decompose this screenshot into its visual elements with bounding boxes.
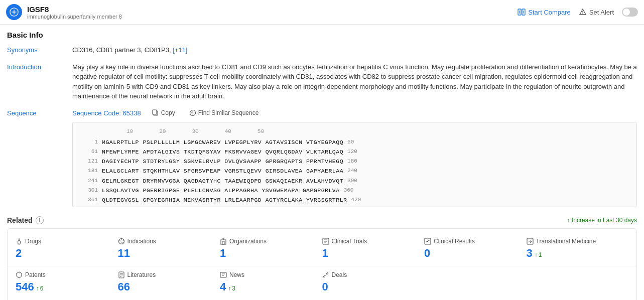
stats-row-2: Patents 546 ↑6 Litera bbox=[8, 266, 636, 296]
find-similar-button[interactable]: Find Similar Sequence bbox=[186, 108, 262, 117]
patents-value: 546 ↑6 bbox=[16, 280, 118, 293]
patents-icon bbox=[16, 271, 23, 278]
header-left: IGSF8 immunoglobulin superfamily member … bbox=[6, 4, 122, 20]
clinical-results-value: 0 bbox=[424, 247, 527, 260]
sequence-content: Sequence Code: 65338 Copy Find Similar S… bbox=[72, 108, 637, 208]
svg-rect-10 bbox=[153, 110, 157, 114]
clinical-trials-icon bbox=[322, 238, 329, 245]
translational-medicine-label: Translational Medicine bbox=[527, 238, 629, 245]
copy-button[interactable]: Copy bbox=[149, 108, 178, 117]
sequence-code[interactable]: Sequence Code: 65338 bbox=[72, 108, 141, 118]
related-title: Related i bbox=[7, 216, 44, 224]
svg-point-14 bbox=[18, 240, 21, 244]
stat-deals[interactable]: Deals 0 bbox=[322, 271, 425, 293]
sequence-line: 61NFEWFLYRPE APDTALGIVS TKDTQFSYAV FKSRV… bbox=[79, 147, 630, 156]
sequence-line: 241GELRLGKEGT DRYRMVVGGA QAGDAGTYHC TAAE… bbox=[79, 177, 630, 185]
synonyms-row: Synonyms CD316, CD81 partner 3, CD81P3, … bbox=[7, 45, 637, 55]
indications-value: 11 bbox=[118, 247, 220, 260]
svg-line-21 bbox=[121, 242, 121, 244]
alert-icon bbox=[579, 8, 587, 16]
sequence-ruler: 10 20 30 40 50 bbox=[99, 127, 630, 136]
translational-medicine-icon bbox=[527, 238, 534, 245]
gene-name: IGSF8 bbox=[27, 5, 122, 14]
find-similar-icon bbox=[189, 109, 196, 116]
introduction-text: May play a key role in diverse functions… bbox=[72, 62, 637, 101]
news-badge: ↑3 bbox=[228, 285, 235, 292]
literatures-value: 66 bbox=[118, 280, 220, 293]
drugs-label: Drugs bbox=[16, 238, 118, 245]
translational-medicine-badge: ↑1 bbox=[535, 251, 542, 258]
stat-translational-medicine[interactable]: Translational Medicine 3 ↑1 bbox=[527, 238, 629, 260]
stats-row-1: Drugs 2 Indications bbox=[8, 235, 636, 263]
svg-line-18 bbox=[121, 239, 122, 241]
related-info-icon[interactable]: i bbox=[36, 216, 44, 224]
header: IGSF8 immunoglobulin superfamily member … bbox=[0, 0, 644, 25]
organizations-label: Organizations bbox=[220, 238, 322, 245]
deals-value: 0 bbox=[322, 280, 425, 293]
synonyms-value: CD316, CD81 partner 3, CD81P3, [+11] bbox=[72, 45, 637, 55]
svg-line-22 bbox=[119, 242, 120, 242]
stat-clinical-trials[interactable]: Clinical Trials 1 bbox=[322, 238, 425, 260]
stat-news[interactable]: News 4 ↑3 bbox=[220, 271, 322, 293]
related-header: Related i ↑ Increase in Last 30 days bbox=[7, 216, 637, 224]
literatures-icon bbox=[118, 271, 125, 278]
clinical-trials-value: 1 bbox=[322, 247, 425, 260]
drugs-icon bbox=[16, 238, 23, 245]
alert-toggle[interactable] bbox=[622, 8, 638, 17]
svg-line-19 bbox=[122, 240, 124, 241]
sequence-line: 1MGALRPTLLP PSLPLLLLLM LGMGCWAREV LVPEGP… bbox=[79, 138, 630, 146]
sequence-line: 121DAGIYECHTP STDTRYLGSY SGKVELRVLP DVLQ… bbox=[79, 157, 630, 166]
stat-organizations[interactable]: Organizations 1 bbox=[220, 238, 322, 260]
sequence-lines: 1MGALRPTLLP PSLPLLLLLM LGMGCWAREV LVPEGP… bbox=[79, 138, 630, 205]
set-alert-button[interactable]: Set Alert bbox=[579, 8, 614, 16]
patents-badge: ↑6 bbox=[36, 285, 44, 292]
news-label: News bbox=[220, 271, 322, 278]
sequence-line: 361QLDTEGVGSL GPGYEGRHIA MEKVASRTYR LRLE… bbox=[79, 196, 630, 204]
news-up-arrow: ↑ bbox=[228, 285, 231, 292]
clinical-results-icon bbox=[424, 238, 431, 245]
news-value: 4 ↑3 bbox=[220, 280, 322, 293]
drugs-value: 2 bbox=[16, 247, 118, 260]
svg-point-8 bbox=[582, 13, 583, 14]
sequence-label: Sequence bbox=[7, 108, 72, 117]
sequence-line: 181ELALGCLART STQKHTHLAV SFGRSVPEAP VGRS… bbox=[79, 167, 630, 175]
copy-icon bbox=[152, 109, 159, 116]
header-right: Start Compare Set Alert bbox=[518, 8, 638, 17]
literatures-label: Literatures bbox=[118, 271, 220, 278]
indications-icon bbox=[118, 238, 125, 245]
gene-info: IGSF8 immunoglobulin superfamily member … bbox=[27, 5, 122, 20]
stat-clinical-results[interactable]: Clinical Results 0 bbox=[424, 238, 527, 260]
organizations-icon bbox=[220, 238, 227, 245]
gene-subtitle: immunoglobulin superfamily member 8 bbox=[27, 14, 122, 20]
stats-container: Drugs 2 Indications bbox=[7, 228, 637, 300]
introduction-label: Introduction bbox=[7, 62, 72, 71]
sequence-line: 301LSSQLAVTVG PGERRIGPGE PLELLCNVSG ALPP… bbox=[79, 186, 630, 195]
introduction-row: Introduction May play a key role in dive… bbox=[7, 62, 637, 101]
sequence-row: Sequence Sequence Code: 65338 Copy bbox=[7, 108, 637, 208]
main-content: Basic Info Synonyms CD316, CD81 partner … bbox=[0, 25, 644, 300]
svg-rect-39 bbox=[220, 272, 226, 277]
sequence-box[interactable]: 10 20 30 40 50 1MGALRPTLLP PSLPLLLLLM LG… bbox=[72, 122, 637, 207]
svg-rect-24 bbox=[221, 240, 226, 244]
stat-patents[interactable]: Patents 546 ↑6 bbox=[16, 271, 118, 293]
compare-icon bbox=[518, 8, 526, 16]
patents-label: Patents bbox=[16, 271, 118, 278]
indications-label: Indications bbox=[118, 238, 220, 245]
svg-line-20 bbox=[122, 242, 123, 243]
increase-arrow-icon: ↑ bbox=[567, 217, 570, 224]
svg-rect-25 bbox=[222, 241, 224, 244]
news-icon bbox=[220, 271, 227, 278]
svg-line-23 bbox=[119, 240, 121, 241]
stat-literatures[interactable]: Literatures 66 bbox=[118, 271, 220, 293]
translational-medicine-value: 3 ↑1 bbox=[527, 247, 629, 260]
stat-indications[interactable]: Indications 11 bbox=[118, 238, 220, 260]
start-compare-button[interactable]: Start Compare bbox=[518, 8, 571, 16]
increase-badge: ↑ Increase in Last 30 days bbox=[567, 217, 637, 224]
synonyms-more-link[interactable]: [+11] bbox=[173, 46, 187, 54]
deals-icon bbox=[322, 271, 329, 278]
stat-drugs[interactable]: Drugs 2 bbox=[16, 238, 118, 260]
synonyms-label: Synonyms bbox=[7, 45, 72, 54]
organizations-value: 1 bbox=[220, 247, 322, 260]
deals-label: Deals bbox=[322, 271, 425, 278]
patents-up-arrow: ↑ bbox=[36, 285, 39, 292]
